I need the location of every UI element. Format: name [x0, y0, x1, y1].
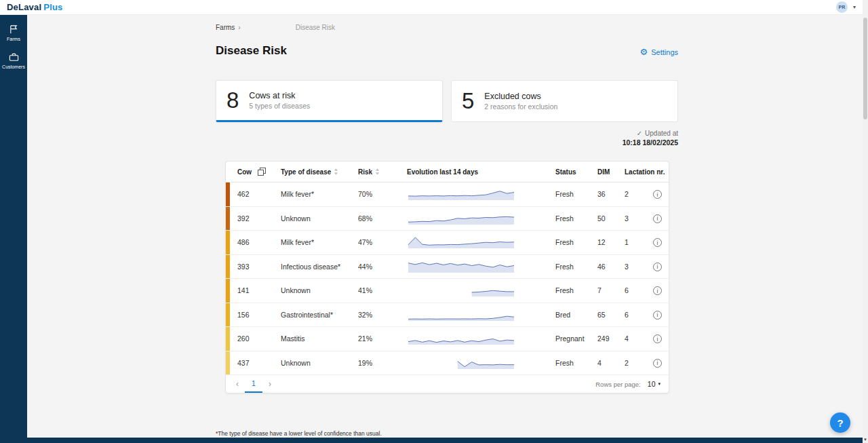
evolution-sparkline	[401, 306, 555, 324]
cow-status: Fresh	[555, 214, 597, 223]
sparkline-chart	[407, 330, 515, 346]
sidebar-item-label: Customers	[2, 64, 25, 69]
disease-type: Milk fever*	[281, 238, 358, 246]
dim-value: 50	[597, 214, 625, 223]
pagination: ‹ 1 › Rows per page: 10 ▾	[226, 375, 669, 393]
col-header-cow: Cow	[237, 168, 252, 176]
info-icon[interactable]: i	[653, 263, 662, 271]
footer-bar	[0, 438, 863, 443]
breadcrumb: Farms › Disease Risk	[216, 24, 335, 31]
cow-status: Bred	[555, 311, 597, 319]
col-header-evolution: Evolution last 14 days	[407, 168, 478, 176]
chevron-down-icon[interactable]: ▾	[853, 4, 856, 10]
sparkline-chart	[407, 354, 515, 370]
lactation-number: 3	[625, 263, 653, 271]
card-title: Excluded cows	[484, 92, 557, 101]
col-header-disease[interactable]: Type of disease	[281, 168, 331, 176]
evolution-sparkline	[401, 282, 555, 299]
sparkline-chart	[407, 185, 515, 201]
evolution-sparkline	[401, 354, 555, 372]
page-title: Disease Risk	[216, 44, 287, 58]
sort-icon[interactable]	[375, 168, 380, 175]
chevron-right-icon: ›	[238, 24, 240, 31]
table-row[interactable]: 393 Infectious disease* 44% Fresh 46 3 i	[226, 255, 669, 280]
dim-value: 12	[597, 238, 625, 246]
help-button[interactable]: ?	[830, 412, 850, 433]
info-icon[interactable]: i	[653, 311, 662, 320]
sidebar-item-farms[interactable]: Farms	[0, 24, 27, 41]
cow-id: 437	[230, 359, 281, 367]
dim-value: 65	[597, 311, 625, 319]
sort-icon[interactable]	[334, 168, 338, 175]
evolution-sparkline	[401, 330, 555, 347]
cow-id: 486	[230, 238, 281, 246]
risk-percent: 32%	[358, 311, 401, 319]
cow-status: Fresh	[555, 238, 597, 246]
sparkline-chart	[407, 210, 515, 226]
updated-label: Updated at	[645, 130, 678, 137]
lactation-number: 2	[625, 190, 653, 198]
disease-type: Milk fever*	[281, 190, 358, 198]
next-page-button[interactable]: ›	[262, 379, 277, 389]
evolution-sparkline	[401, 210, 555, 227]
info-icon[interactable]: i	[653, 334, 662, 343]
card-excluded-cows[interactable]: 5 Excluded cows 2 reasons for exclusion	[451, 80, 678, 122]
card-subtitle: 5 types of diseases	[249, 102, 310, 110]
rows-per-page-value: 10	[648, 380, 656, 388]
risk-percent: 70%	[358, 190, 401, 198]
risk-percent: 44%	[358, 263, 401, 271]
copy-icon[interactable]	[258, 168, 266, 176]
card-title: Cows at risk	[249, 91, 310, 100]
avatar[interactable]: PR	[836, 1, 848, 13]
delaval-plus-logo: DeLavalPlus	[7, 2, 63, 12]
dim-value: 7	[597, 286, 625, 294]
sidebar: Farms Customers	[0, 15, 27, 443]
farms-icon	[9, 24, 19, 35]
scrollbar-thumb[interactable]	[863, 18, 867, 119]
info-icon[interactable]: i	[653, 286, 662, 295]
evolution-sparkline	[401, 185, 555, 203]
customers-icon	[9, 52, 19, 62]
info-icon[interactable]: i	[653, 359, 662, 368]
risk-percent: 41%	[358, 286, 401, 294]
topbar-user-area: PR ▾	[836, 1, 856, 13]
table-row[interactable]: 486 Milk fever* 47% Fresh 12 1 i	[226, 231, 669, 255]
disease-type: Infectious disease*	[281, 263, 358, 271]
sparkline-chart	[407, 306, 515, 322]
prev-page-button[interactable]: ‹	[230, 379, 245, 389]
table-row[interactable]: 392 Unknown 68% Fresh 50 3 i	[226, 207, 669, 231]
info-icon[interactable]: i	[653, 190, 662, 199]
risk-percent: 47%	[358, 238, 401, 246]
card-cows-at-risk[interactable]: 8 Cows at risk 5 types of diseases	[216, 80, 443, 122]
risk-percent: 68%	[358, 214, 401, 223]
disease-type: Gastrointestinal*	[281, 311, 358, 319]
updated-at: ✓Updated at 10:18 18/02/2025	[623, 130, 678, 147]
settings-button[interactable]: ⚙ Settings	[640, 47, 678, 56]
disease-type: Unknown	[281, 214, 358, 223]
cow-status: Fresh	[555, 190, 597, 198]
risk-percent: 21%	[358, 334, 401, 343]
cow-id: 393	[230, 263, 281, 271]
cow-status: Fresh	[555, 263, 597, 271]
table-row[interactable]: 156 Gastrointestinal* 32% Bred 65 6 i	[226, 303, 669, 328]
scroll-down-arrow[interactable]: ▼	[863, 436, 868, 443]
rows-per-page-select[interactable]: 10 ▾	[648, 380, 660, 388]
col-header-lactation: Lactation nr.	[625, 168, 665, 176]
sidebar-item-customers[interactable]: Customers	[0, 52, 27, 69]
info-icon[interactable]: i	[653, 214, 662, 223]
lactation-number: 6	[625, 311, 653, 319]
rows-per-page: Rows per page: 10 ▾	[595, 380, 660, 388]
evolution-sparkline	[401, 233, 555, 251]
risk-percent: 19%	[358, 359, 401, 367]
info-icon[interactable]: i	[653, 238, 662, 247]
table-row[interactable]: 141 Unknown 41% Fresh 7 6 i	[226, 279, 669, 303]
breadcrumb-farms[interactable]: Farms	[216, 24, 235, 31]
dim-value: 4	[597, 359, 625, 367]
table-row[interactable]: 462 Milk fever* 70% Fresh 36 2 i	[226, 182, 669, 207]
page-number[interactable]: 1	[245, 375, 262, 393]
dim-value: 46	[597, 263, 625, 271]
confidence-footnote: *The type of disease have a lower level …	[216, 430, 382, 437]
col-header-risk[interactable]: Risk	[358, 168, 372, 176]
table-row[interactable]: 437 Unknown 19% Fresh 4 2 i	[226, 351, 669, 376]
table-row[interactable]: 260 Mastitis 21% Pregnant 249 4 i	[226, 327, 669, 351]
